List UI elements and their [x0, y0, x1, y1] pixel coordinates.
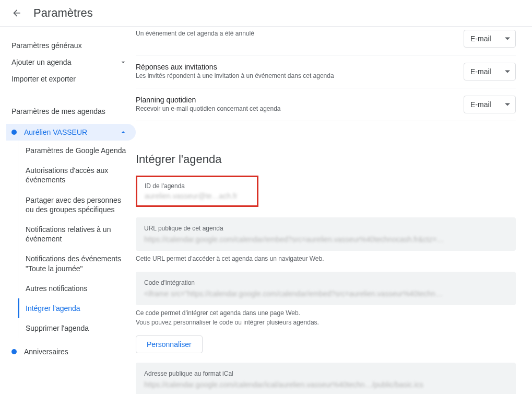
calendar-color-dot: [11, 349, 17, 354]
notification-row-invite-replies: Réponses aux invitations Les invités rép…: [136, 55, 516, 88]
sidebar-import-export[interactable]: Importer et exporter: [6, 71, 136, 87]
public-url-helper: Cette URL permet d'accéder à cet agenda …: [136, 255, 516, 262]
subitem-share-specific[interactable]: Partager avec des personnes ou des group…: [18, 190, 136, 219]
sidebar-calendar-active[interactable]: Aurélien VASSEUR: [6, 124, 136, 141]
embed-code-value: <iframe src="https://calendar.google.com…: [144, 289, 507, 298]
subitem-access-permissions[interactable]: Autorisations d'accès aux événements: [18, 160, 136, 190]
main-content: Un événement de cet agenda a été annulé …: [136, 27, 522, 394]
ical-value: https://calendar.google.com/calendar/ica…: [144, 380, 507, 389]
calendar-id-highlight: ID de l'agenda aurelien.vasseur@te…ach.f…: [136, 176, 258, 207]
calendar-id-value: aurelien.vasseur@te…ach.fr: [145, 192, 250, 200]
select-daily-planning[interactable]: E-mail: [464, 96, 516, 113]
subitem-allday-notifications[interactable]: Notifications des événements "Toute la j…: [18, 249, 136, 278]
notification-row-daily: Planning quotidien Recevoir un e-mail qu…: [136, 88, 516, 121]
subitem-integrate-calendar[interactable]: Intégrer l'agenda: [18, 298, 136, 318]
select-cancelled-notify[interactable]: E-mail: [464, 30, 516, 48]
sidebar-subitems: Paramètres de Google Agenda Autorisation…: [18, 141, 136, 338]
notification-row-cancelled: Un événement de cet agenda a été annulé …: [136, 27, 516, 55]
sidebar-mycalendars-header: Paramètres de mes agendas: [6, 103, 136, 120]
subitem-event-notifications[interactable]: Notifications relatives à un événement: [18, 219, 136, 249]
embed-code-helper2: Vous pouvez personnaliser le code ou int…: [136, 319, 516, 326]
ical-box[interactable]: Adresse publique au format iCal https://…: [136, 363, 516, 394]
sidebar-calendar-birthdays[interactable]: Anniversaires: [6, 343, 136, 360]
public-url-box[interactable]: URL publique de cet agenda https://calen…: [136, 217, 516, 251]
calendar-color-dot: [11, 130, 17, 135]
public-url-value: https://calendar.google.com/calendar/emb…: [144, 235, 507, 244]
back-arrow-icon[interactable]: [10, 7, 23, 19]
subitem-other-notifications[interactable]: Autres notifications: [18, 279, 136, 298]
customize-button[interactable]: Personnaliser: [136, 335, 203, 353]
page-title: Paramètres: [33, 6, 93, 20]
chevron-down-icon: [119, 58, 127, 66]
integrate-section-title: Intégrer l'agenda: [136, 153, 516, 166]
calendar-id-label: ID de l'agenda: [145, 182, 250, 190]
sidebar-add-calendar[interactable]: Ajouter un agenda: [6, 54, 136, 71]
embed-code-box[interactable]: Code d'intégration <iframe src="https://…: [136, 272, 516, 305]
embed-code-helper1: Ce code permet d'intégrer cet agenda dan…: [136, 309, 516, 317]
settings-header: Paramètres: [0, 0, 532, 27]
chevron-up-icon: [119, 128, 127, 136]
select-invite-replies[interactable]: E-mail: [464, 63, 516, 80]
subitem-calendar-settings[interactable]: Paramètres de Google Agenda: [18, 141, 136, 160]
sidebar: Paramètres généraux Ajouter un agenda Im…: [0, 27, 136, 394]
subitem-delete-calendar[interactable]: Supprimer l'agenda: [18, 318, 136, 338]
sidebar-general-settings[interactable]: Paramètres généraux: [6, 37, 136, 54]
